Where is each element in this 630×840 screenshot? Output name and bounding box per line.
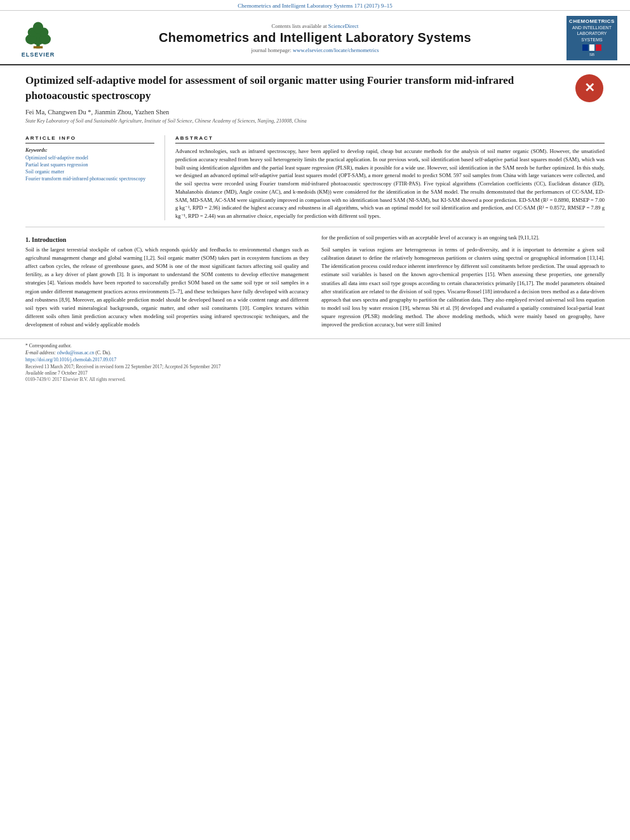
flag-icon <box>582 44 601 51</box>
doi-line: https://doi.org/10.1016/j.chemolab.2017.… <box>25 357 605 363</box>
body-section: 1. Introduction Soil is the largest terr… <box>0 234 630 333</box>
abstract-text: Advanced technologies, such as infrared … <box>175 147 605 220</box>
page: Chemometrics and Intelligent Laboratory … <box>0 0 630 382</box>
logo-bottom-text: SB <box>589 53 594 58</box>
intro-heading: 1. Introduction <box>25 236 309 243</box>
crossmark-badge[interactable]: ✕ <box>574 73 605 103</box>
authors-line: Fei Ma, Changwen Du *, Jianmin Zhou, Yaz… <box>25 109 605 116</box>
journal-title: Chemometrics and Intelligent Laboratory … <box>64 30 566 45</box>
journal-homepage-line: journal homepage: www.elsevier.com/locat… <box>64 47 566 53</box>
elsevier-wordmark: ELSEVIER <box>22 51 55 58</box>
article-title-row: Optimized self-adaptive model for assess… <box>25 73 605 103</box>
svg-rect-7 <box>34 46 43 49</box>
keyword-4: Fourier transform mid-infrared photoacou… <box>25 176 154 182</box>
received-dates: Received 13 March 2017; Received in revi… <box>25 364 605 370</box>
svg-text:✕: ✕ <box>584 81 595 95</box>
abstract-label: ABSTRACT <box>175 135 605 143</box>
abstract-column: ABSTRACT Advanced technologies, such as … <box>165 135 605 220</box>
elsevier-logo: ELSEVIER <box>13 18 64 58</box>
section-divider <box>25 227 605 227</box>
email-note: E-mail address: cdwdu@issas.ac.cn (C. Du… <box>25 350 605 356</box>
footnote-area: * Corresponding author. E-mail address: … <box>0 338 630 382</box>
article-info-label: ARTICLE INFO <box>25 135 154 143</box>
crossmark-icon: ✕ <box>575 74 603 102</box>
intro-para-2: for the prediction of soil properties wi… <box>321 234 605 242</box>
keywords-label: Keywords: <box>25 147 154 153</box>
keyword-2: Partial least squares regression <box>25 162 154 168</box>
svg-point-6 <box>33 22 43 33</box>
elsevier-tree-icon <box>19 18 57 50</box>
intro-para-3: Soil samples in various regions are hete… <box>321 246 605 330</box>
doi-link[interactable]: https://doi.org/10.1016/j.chemolab.2017.… <box>25 357 116 363</box>
copyright-text: 0169-7439/© 2017 Elsevier B.V. All right… <box>25 377 605 382</box>
journal-header-center: Contents lists available at ScienceDirec… <box>64 23 566 53</box>
keyword-3: Soil organic matter <box>25 169 154 175</box>
content-available-text: Contents lists available at ScienceDirec… <box>64 23 566 29</box>
keyword-1: Optimized self-adaptive model <box>25 155 154 161</box>
article-section: Optimized self-adaptive model for assess… <box>0 65 630 124</box>
available-online: Available online 7 October 2017 <box>25 370 605 376</box>
email-link[interactable]: cdwdu@issas.ac.cn <box>57 350 95 356</box>
journal-reference-bar: Chemometrics and Intelligent Laboratory … <box>0 0 630 11</box>
journal-header: ELSEVIER Contents lists available at Sci… <box>0 11 630 65</box>
article-title: Optimized self-adaptive model for assess… <box>25 73 574 103</box>
intro-para-1: Soil is the largest terrestrial stockpil… <box>25 246 309 330</box>
article-info-abstract-section: ARTICLE INFO Keywords: Optimized self-ad… <box>0 130 630 220</box>
affiliation-text: State Key Laboratory of Soil and Sustain… <box>25 118 605 124</box>
journal-logo-right: CHEMOMETRICS AND INTELLIGENT LABORATORY … <box>566 16 617 60</box>
journal-homepage-link[interactable]: www.elsevier.com/locate/chemometrics <box>293 47 379 53</box>
article-info-column: ARTICLE INFO Keywords: Optimized self-ad… <box>25 135 165 220</box>
sciencedirect-link[interactable]: ScienceDirect <box>328 23 359 29</box>
corresponding-note: * Corresponding author. <box>25 343 605 349</box>
body-col-left: 1. Introduction Soil is the largest terr… <box>25 234 315 333</box>
body-col-right: for the prediction of soil properties wi… <box>315 234 605 333</box>
journal-ref-text: Chemometrics and Intelligent Laboratory … <box>238 3 392 9</box>
